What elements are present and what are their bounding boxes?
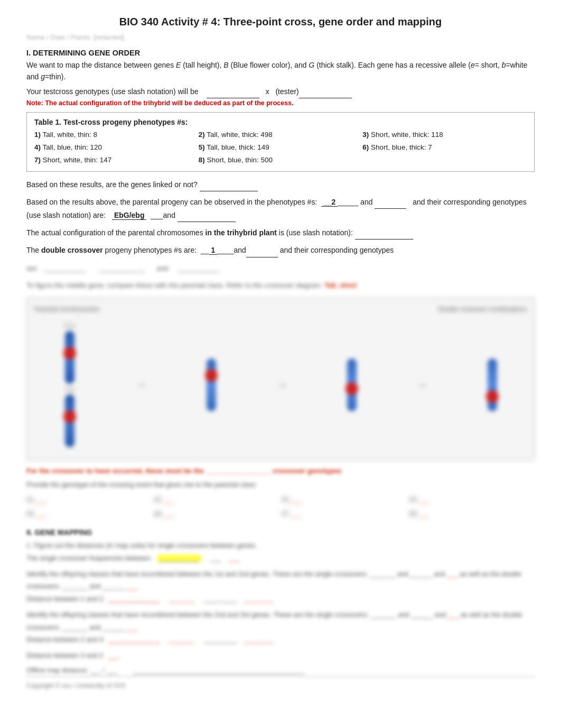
phenotype-6: 6) Short, blue, thick: 7 bbox=[362, 142, 527, 153]
phenotype-4: 4) Tall, blue, thin: 120 bbox=[34, 142, 199, 153]
section-ii-calc2: Identify the offspring classes that have… bbox=[26, 609, 535, 647]
testcross-blank-2[interactable] bbox=[299, 90, 352, 98]
phenotype-table: Table 1. Test-cross progeny phenotypes #… bbox=[26, 112, 535, 172]
phenotype-grid: 1) Tall, white, thin: 8 2) Tall, white, … bbox=[34, 130, 527, 166]
q2-blank[interactable] bbox=[375, 200, 406, 209]
section-ii-header: II. GENE MAPPING bbox=[26, 528, 535, 537]
q3-answer[interactable] bbox=[355, 231, 413, 239]
bottom-line: Offline map distance: ___ / ___ ________… bbox=[26, 667, 535, 677]
phenotype-3: 3) Short, white, thick: 118 bbox=[362, 130, 527, 140]
phenotype-7: 7) Short, white, thin: 147 bbox=[34, 155, 199, 165]
phenotype-1: 1) Tall, white, thin: 8 bbox=[34, 130, 199, 140]
question-3: The actual configuration of the parental… bbox=[26, 226, 535, 239]
page-footer: Copyright © xxx / University of XXX bbox=[26, 682, 535, 689]
phenotype-5: 5) Tall, blue, thick: 149 bbox=[199, 142, 363, 153]
testcross-blank-1[interactable] bbox=[207, 90, 259, 98]
blurred-crossover-note: To figure the middle gene, compare these… bbox=[26, 280, 535, 291]
section-i-header: I. DETERMINING GENE ORDER bbox=[26, 49, 535, 57]
q2-answer1: __2 bbox=[321, 198, 338, 207]
section-ii-intro: 1. Figure out the distances (in map unit… bbox=[26, 540, 535, 565]
blurred-continuation: are: ___________ ____________ and ______… bbox=[26, 263, 535, 274]
q2-genotype: EbG/ebg bbox=[112, 211, 147, 220]
section-ii-distance3: Distance between 3 and 2: ___ bbox=[26, 650, 535, 662]
page-title: BIO 340 Activity # 4: Three-point cross,… bbox=[26, 16, 535, 28]
q2-genotype2[interactable] bbox=[177, 214, 236, 222]
blurred-red-header: For the crossover to have occurred, thes… bbox=[26, 467, 535, 475]
phenotype-2: 2) Tall, white, thick: 498 bbox=[199, 130, 363, 140]
section-ii-calc1: Identify the offspring classes that have… bbox=[26, 568, 535, 606]
q4-answer1: 1 bbox=[209, 246, 218, 255]
chromosome-diagram: Parental chromosomes Double crossover co… bbox=[26, 298, 535, 460]
blurred-calc-1: Provide the genotype of the crossing eve… bbox=[26, 479, 535, 521]
section-ii: II. GENE MAPPING 1. Figure out the dista… bbox=[26, 528, 535, 689]
q1-answer[interactable] bbox=[200, 183, 258, 191]
note-red: Note: The actual configuration of the tr… bbox=[26, 99, 535, 107]
testcross-line: Your testcross genotypes (use slash nota… bbox=[26, 85, 535, 98]
table-title: Table 1. Test-cross progeny phenotypes #… bbox=[34, 118, 527, 126]
q4-blank[interactable] bbox=[246, 249, 278, 257]
question-4: The double crossover progeny phenotypes … bbox=[26, 244, 535, 257]
question-2: Based on the results above, the parental… bbox=[26, 196, 535, 222]
intro-text: We want to map the distance between gene… bbox=[26, 59, 535, 83]
name-line: Name / Date / Points: [redacted] bbox=[26, 33, 535, 41]
question-1: Based on these results, are the genes li… bbox=[26, 178, 535, 191]
phenotype-8: 8) Short, blue, thin: 500 bbox=[199, 155, 363, 165]
